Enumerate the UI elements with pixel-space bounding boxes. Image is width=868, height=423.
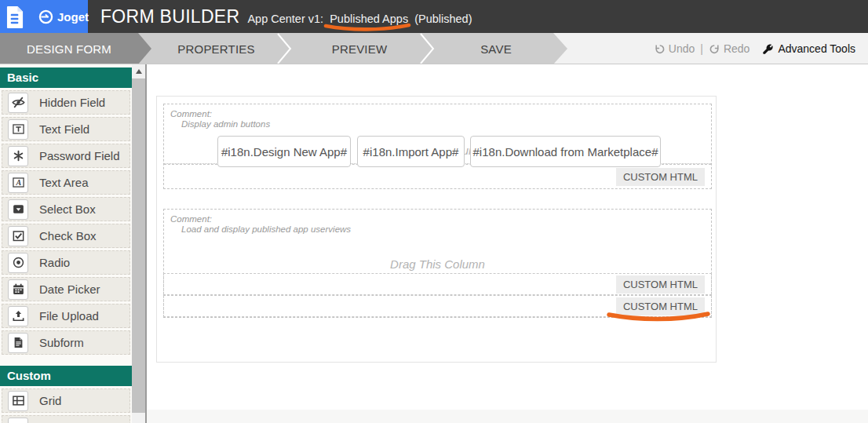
title-wrap: FORM BUILDER App Center v1: Published Ap…	[88, 6, 472, 27]
sidebar-item-text-field[interactable]: Text Field	[2, 117, 130, 141]
form-design-canvas: Comment: Display admin buttons Drag This…	[147, 64, 868, 423]
sidebar-item-subform[interactable]: Subform	[2, 330, 130, 355]
text-field-icon	[8, 119, 28, 140]
custom-html-badge[interactable]: CUSTOM HTML	[616, 275, 705, 294]
download-from-marketplace-button[interactable]: #i18n.Download from Marketplace#	[470, 136, 661, 167]
form-container: Comment: Display admin buttons Drag This…	[156, 96, 717, 363]
form-column-drop-zone[interactable]: Drag This Column #i18n.Design New App# #…	[164, 133, 711, 164]
comment-text: Display admin buttons	[170, 119, 711, 129]
subtitle-published-apps: Published Apps	[330, 13, 408, 25]
tab-properties[interactable]: PROPERTIES	[151, 33, 281, 64]
section-comment: Comment: Load and display published app …	[164, 210, 711, 233]
sidebar-item-label: Subform	[39, 336, 84, 349]
palette-icon	[8, 418, 28, 423]
sidebar-item-label: Radio	[39, 256, 70, 269]
sidebar-item-radio[interactable]: Radio	[2, 250, 130, 275]
section-comment: Comment: Display admin buttons	[164, 104, 711, 133]
redo-button[interactable]: Redo	[709, 42, 749, 55]
import-app-button[interactable]: #i18n.Import App#	[357, 136, 465, 167]
builder-tabbar: DESIGN FORM PROPERTIES PREVIEW SAVE Undo…	[0, 33, 868, 64]
sidebar-item-password-field[interactable]: Password Field	[2, 144, 130, 168]
advanced-tools-button[interactable]: Advanced Tools	[762, 42, 855, 55]
canvas-footer-strip	[147, 410, 868, 423]
custom-html-element-row[interactable]: CUSTOM HTML	[163, 273, 712, 295]
custom-html-element-row[interactable]: CUSTOM HTML	[164, 164, 711, 188]
file-upload-icon	[8, 306, 28, 326]
sidebar-item-check-box[interactable]: Check Box	[2, 224, 130, 248]
sidebar-item-label: Date Picker	[39, 283, 100, 296]
select-box-icon	[8, 199, 28, 220]
text-area-icon: A	[8, 173, 28, 193]
radio-icon	[8, 253, 28, 273]
custom-html-element-row[interactable]: CUSTOM HTML	[163, 295, 712, 317]
subtitle-prefix: App Center v1:	[247, 13, 323, 25]
sidebar-item-label: File Upload	[39, 309, 99, 323]
subtitle-suffix: (Published)	[414, 13, 472, 25]
scrollbar-up-button[interactable]	[132, 64, 145, 78]
redo-icon	[709, 43, 720, 55]
sidebar-item-label: Password Field	[39, 149, 120, 162]
form-builder-screen: Joget FORM BUILDER App Center v1: Publis…	[0, 0, 868, 423]
check-box-icon	[8, 226, 28, 246]
toolbar-divider: |	[700, 42, 703, 55]
sidebar-item-label: Text Area	[39, 176, 89, 189]
joget-logo: Joget	[38, 9, 89, 24]
element-palette-sidebar: Basic Hidden Field Text Field	[0, 64, 132, 423]
wrench-icon	[762, 43, 774, 55]
tab-save[interactable]: SAVE	[438, 33, 554, 64]
admin-buttons-group: #i18n.Design New App# #i18n.Import App# …	[217, 136, 661, 167]
tab-preview[interactable]: PREVIEW	[295, 33, 424, 64]
comment-label: Comment:	[170, 214, 711, 224]
grid-icon	[8, 391, 28, 411]
sidebar-item-label: Check Box	[39, 229, 97, 242]
sidebar-item-label: Text Field	[39, 122, 89, 136]
joget-logo-text: Joget	[57, 10, 89, 24]
tab-separator	[419, 33, 435, 64]
sidebar-item-file-upload[interactable]: File Upload	[2, 304, 130, 328]
form-column-drop-zone[interactable]: Drag This Column	[164, 233, 711, 273]
design-new-app-button[interactable]: #i18n.Design New App#	[217, 136, 351, 167]
sidebar-item-label: Hidden Field	[39, 96, 105, 109]
tab-separator	[276, 33, 292, 64]
column-placeholder: Drag This Column	[390, 257, 485, 273]
comment-label: Comment:	[170, 109, 711, 119]
sidebar-item-hidden-field[interactable]: Hidden Field	[2, 90, 130, 115]
sidebar-item-text-area[interactable]: A Text Area	[2, 170, 130, 195]
scrollbar-thumb[interactable]	[132, 78, 145, 413]
sidebar-item-select-box[interactable]: Select Box	[2, 197, 130, 221]
form-section-admin-buttons[interactable]: Comment: Display admin buttons Drag This…	[163, 104, 712, 189]
sidebar-item-label: Select Box	[39, 202, 96, 216]
joget-logo-icon	[38, 9, 53, 24]
page-title: FORM BUILDER	[100, 6, 239, 27]
custom-html-badge[interactable]: CUSTOM HTML	[616, 297, 705, 315]
date-picker-icon	[8, 279, 28, 300]
subform-icon	[8, 333, 28, 353]
undo-button[interactable]: Undo	[654, 42, 695, 55]
palette-section-custom: Custom	[0, 366, 132, 386]
toolbar: Undo | Redo Advanced Tools	[654, 33, 855, 64]
palette-section-basic: Basic	[0, 67, 132, 88]
app-header: Joget FORM BUILDER App Center v1: Publis…	[0, 0, 868, 33]
tab-design-form[interactable]: DESIGN FORM	[0, 33, 151, 64]
svg-text:A: A	[15, 178, 21, 187]
sidebar-item-label: Grid	[39, 394, 61, 407]
sidebar-item-date-picker[interactable]: Date Picker	[2, 277, 130, 301]
hidden-field-icon	[8, 93, 28, 113]
brand-block: Joget	[0, 0, 88, 33]
password-field-icon	[8, 146, 28, 166]
custom-html-badge[interactable]: CUSTOM HTML	[616, 168, 705, 186]
document-icon[interactable]	[6, 5, 24, 28]
app-subtitle: App Center v1: Published Apps (Published…	[247, 13, 472, 25]
undo-icon	[654, 43, 666, 55]
sidebar-scrollbar	[132, 64, 147, 423]
form-section-userviews[interactable]: Comment: Load and display published app …	[163, 209, 712, 318]
sidebar-item-partial[interactable]	[2, 415, 130, 423]
sidebar-item-grid[interactable]: Grid	[2, 388, 130, 413]
